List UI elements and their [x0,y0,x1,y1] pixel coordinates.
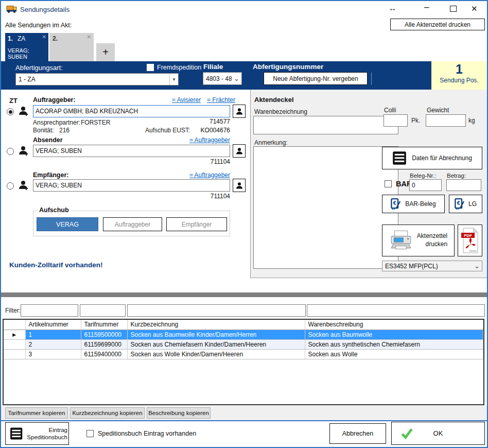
betrag-input[interactable] [446,179,481,191]
colli-input[interactable] [384,114,408,127]
bar-beleg-button[interactable]: € BAR-Beleg [382,195,445,213]
table-row[interactable]: ▶ 1 61159500000 Socken aus Baumwolle Kin… [4,330,483,339]
shipment-tab-1[interactable]: 1. ZA ✕ VERAG; SUBEN [5,33,48,61]
add-contact-icon[interactable] [18,144,30,159]
tab-number: 1. [8,35,13,42]
column-header-tarifnummer[interactable]: Tarifnummer [81,320,127,330]
pdf-button[interactable]: PDFAdobe [458,225,482,256]
tab-close-icon[interactable]: ✕ [87,34,91,40]
copy-tarifnummer-button[interactable]: Tarifnummer kopieren [5,407,68,419]
auftraggeber-radio[interactable] [7,108,14,115]
cell-warenbeschreibung[interactable]: Socken aus Baumwolle [305,330,483,339]
list-icon [10,427,23,440]
gewicht-label: Gewicht [427,107,449,114]
beleg-nr-label: Beleg-Nr.: [410,173,436,179]
empfaenger-contact-button[interactable] [233,179,246,192]
speditionsbuch-checkbox-label: Speditionsbuch Eintrag vorhanden [98,430,196,437]
column-header-warenbeschreibung[interactable]: Warenbeschreibung [305,320,483,330]
speditionsbuch-button-line1: Eintrag [27,426,67,434]
anmerkung-input[interactable] [253,146,398,269]
cell-artikelnummer[interactable]: 2 [25,339,81,349]
absender-label: Absender [33,136,63,144]
separator-bar [1,292,487,297]
cell-warenbeschreibung[interactable]: Socken aus synthetischen Chemiefasern [305,339,483,349]
beleg-nr-input[interactable] [409,179,442,191]
auftraggeber-input[interactable] [33,105,230,117]
empfaenger-radio[interactable] [7,182,14,189]
chevron-down-icon[interactable]: ⌄ [472,262,482,270]
tab-close-icon[interactable]: ✕ [42,34,46,40]
empfaenger-input[interactable] [33,179,230,192]
cell-kurzbezeichnung[interactable]: Socken aus Chemiefasern Kinder/Damen/Hee… [127,339,305,349]
minimize-icon[interactable]: – [424,2,429,12]
cell-tarifnummer[interactable]: 61159699000 [81,339,127,349]
aufschub-eust-value: KO004676 [194,127,230,134]
article-table: Artikelnummer Tarifnummer Kurzbezeichnun… [3,319,484,405]
table-row[interactable]: 3 61159400000 Socken aus Wolle Kinder/Da… [4,349,483,359]
window-title: Sendungsdetails [20,6,69,13]
table-row[interactable]: 2 61159699000 Socken aus Chemiefasern Ki… [4,339,483,349]
fraechter-link[interactable]: = Frächter [207,96,235,104]
cell-artikelnummer[interactable]: 3 [25,349,81,359]
bar-checkbox[interactable] [385,180,392,187]
resize-icon[interactable]: ↔ [389,4,396,12]
new-abfertigungsnummer-button[interactable]: Neue Abfertigung-Nr. vergeben [264,72,368,85]
position-counter: 1 Sendung Pos. [431,61,487,90]
aufschub-group: Aufschub VERAG Auftraggeber Empfänger [33,211,230,236]
copy-kurzbezeichnung-button[interactable]: Kurzbezeichnung kopieren [70,407,145,419]
auftraggeber-label: Auftraggeber: [33,96,76,104]
aufschub-verag-button[interactable]: VERAG [37,217,98,231]
abfertigungsart-select[interactable]: 1 - ZA ▾ [15,73,179,85]
lg-button[interactable]: € LG [449,195,482,213]
speditionsbuch-checkbox[interactable] [86,430,94,437]
aufschub-auftraggeber-button[interactable]: Auftraggeber [103,217,162,231]
print-all-aktenzettel-button[interactable]: Alle Aktenzettel drucken [390,19,485,30]
svg-text:€: € [457,200,460,206]
absender-input[interactable] [33,145,230,157]
filter-label: Filter: [5,307,21,314]
absender-equals-auftraggeber-link[interactable]: = Auftraggeber [171,136,230,144]
close-icon[interactable]: ✕ [471,4,478,13]
divider [371,73,372,85]
cell-kurzbezeichnung[interactable]: Socken aus Wolle Kinder/Damen/Heeren [127,349,305,359]
copy-beschreibung-button[interactable]: Beschreibung kopieren [147,407,211,419]
maximize-icon[interactable] [450,6,457,12]
printer-select[interactable]: ES3452 MFP(PCL) ⌄ [382,261,482,271]
anmerkung-label: Anmerkung: [254,139,288,146]
fremdspedition-checkbox[interactable] [147,64,154,71]
cell-tarifnummer[interactable]: 61159400000 [81,349,127,359]
column-header-kurzbezeichnung[interactable]: Kurzbezeichnung [127,320,305,330]
abrechnung-button[interactable]: Daten für Abrechnung [382,147,482,169]
filter-tarifnummer-input[interactable] [80,304,126,317]
aufschub-eust-label: Aufschub EUST: [145,127,190,134]
speditionsbuch-entry-button[interactable]: Eintrag Speditionsbuch [5,422,69,445]
cell-kurzbezeichnung[interactable]: Socken aus Baumwolle Kinder/Damen/Herren [127,330,305,339]
aktenzettel-drucken-button[interactable]: Aktenzettel drucken [382,225,455,256]
filter-artikelnummer-input[interactable] [21,304,78,317]
gewicht-input[interactable] [426,114,466,127]
cell-warenbeschreibung[interactable]: Socken aus Wolle [305,349,483,359]
ok-button[interactable]: OK [391,422,485,445]
cancel-button[interactable]: Abbrechen [329,423,386,444]
add-contact-icon[interactable] [18,179,30,193]
filiale-select[interactable]: 4803 - 480 ⌄ [203,72,242,85]
absender-contact-button[interactable] [233,144,246,158]
shipment-tab-2[interactable]: 2. ✕ [49,33,94,61]
column-header-artikelnummer[interactable]: Artikelnummer [25,320,81,330]
chevron-down-icon[interactable]: ⌄ [232,75,241,82]
add-contact-icon[interactable] [18,105,30,119]
cell-tarifnummer[interactable]: 61159500000 [81,330,127,339]
absender-radio[interactable] [7,148,14,155]
filter-kurzbezeichnung-input[interactable] [127,304,306,317]
cell-artikelnummer[interactable]: 1 [25,330,81,339]
selector-column-header [4,320,25,330]
filter-warenbeschreibung-input[interactable] [307,304,485,317]
dispatch-bar: Abfertigungsart: 1 - ZA ▾ Fremdspedition… [1,61,487,90]
aufschub-empfaenger-button[interactable]: Empfänger [166,217,227,231]
warenbezeichnung-input[interactable] [253,116,398,134]
empfaenger-equals-auftraggeber-link[interactable]: = Auftraggeber [171,171,230,179]
auftraggeber-contact-button[interactable] [233,105,246,118]
avisierer-link[interactable]: = Avisierer [172,96,201,104]
add-tab-button[interactable]: + [96,43,115,61]
dropdown-arrow-icon[interactable]: ▾ [169,74,178,85]
